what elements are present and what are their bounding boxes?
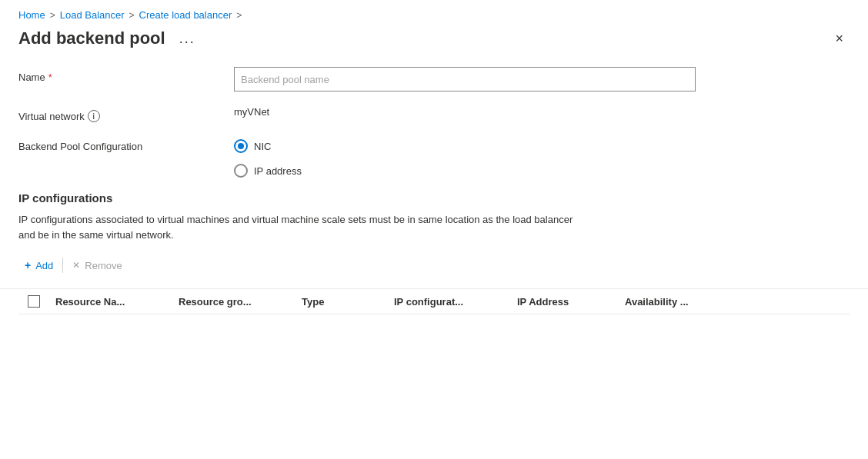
table-header: Resource Na... Resource gro... Type IP c… [18,289,850,314]
virtual-network-info-icon[interactable]: i [88,110,100,122]
breadcrumb-sep-1: > [50,10,55,21]
breadcrumb: Home > Load Balancer > Create load balan… [0,0,868,25]
backend-pool-config-control: NIC IP address [234,136,850,178]
name-row: Name * [18,67,850,91]
form-area: Name * Virtual network i myVNet Backend … [0,61,868,178]
name-control [234,67,850,91]
ip-configurations-title: IP configurations [0,191,868,205]
select-all-checkbox[interactable] [28,295,40,308]
action-bar: + Add ✕ Remove [0,254,868,276]
ip-address-radio-label: IP address [254,165,302,177]
close-button[interactable]: × [829,28,850,48]
virtual-network-row: Virtual network i myVNet [18,105,850,122]
name-label: Name * [18,67,234,83]
col-header-availability: Availability ... [619,296,726,308]
required-star: * [48,72,52,83]
table-container: Resource Na... Resource gro... Type IP c… [0,288,868,314]
name-input[interactable] [234,67,696,91]
col-header-resource-group: Resource gro... [172,296,295,308]
panel-header: Add backend pool ... × [0,25,868,61]
nic-radio-button[interactable] [234,139,248,153]
add-icon: + [25,259,31,271]
remove-icon: ✕ [72,260,80,271]
col-header-ip-address: IP Address [511,296,619,308]
ip-address-radio-option[interactable]: IP address [234,164,850,178]
virtual-network-value: myVNet [234,101,269,118]
backend-pool-config-row: Backend Pool Configuration NIC IP addres… [18,136,850,178]
breadcrumb-sep-2: > [129,10,135,21]
ip-address-radio-button[interactable] [234,164,248,178]
breadcrumb-home[interactable]: Home [18,9,45,21]
virtual-network-label: Virtual network i [18,105,234,122]
panel-title-group: Add backend pool ... [18,28,200,48]
radio-group: NIC IP address [234,136,850,178]
ellipsis-button[interactable]: ... [175,29,200,48]
add-button[interactable]: + Add [18,254,59,276]
breadcrumb-create-load-balancer[interactable]: Create load balancer [139,9,232,21]
backend-pool-config-label: Backend Pool Configuration [18,136,234,152]
page-title: Add backend pool [18,28,165,48]
ip-configurations-section: IP configurations IP configurations asso… [0,191,868,314]
remove-button[interactable]: ✕ Remove [66,255,128,276]
breadcrumb-sep-3: > [236,10,242,21]
col-header-resource-name: Resource Na... [49,296,172,308]
nic-radio-label: NIC [254,141,271,152]
col-header-type: Type [295,296,388,308]
breadcrumb-load-balancer[interactable]: Load Balancer [60,9,125,21]
col-header-ip-configuration: IP configurat... [388,296,511,308]
remove-label: Remove [85,260,122,271]
add-label: Add [35,260,53,271]
virtual-network-value-area: myVNet [234,105,850,118]
nic-radio-option[interactable]: NIC [234,139,850,153]
ip-configurations-description: IP configurations associated to virtual … [0,212,616,242]
header-checkbox-col [18,295,49,308]
action-divider [62,258,63,273]
